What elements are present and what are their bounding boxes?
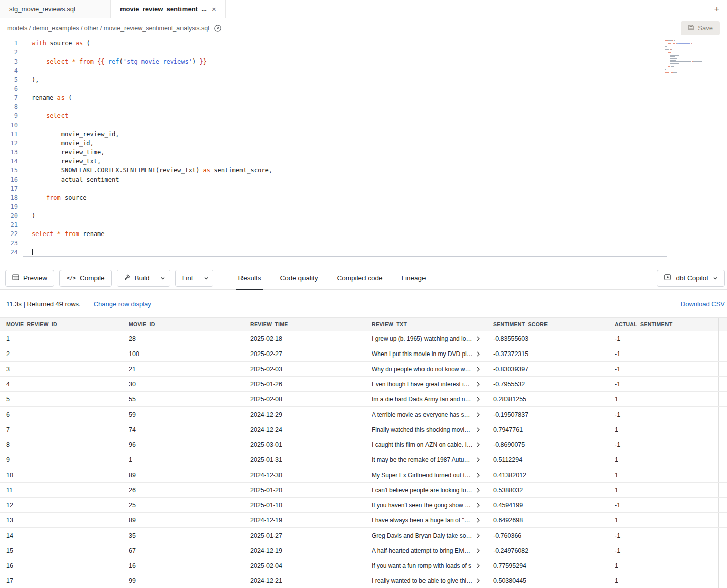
code-line[interactable]: 10 [0,121,727,130]
expand-cell-icon[interactable] [476,367,481,372]
code-line[interactable]: 5), [0,75,727,84]
cell-value: 11 [0,487,123,494]
tab-code-quality[interactable]: Code quality [278,267,320,290]
code-line[interactable]: 13 review_time, [0,148,727,157]
file-status-icon[interactable] [214,24,222,32]
chevron-down-icon [713,276,718,281]
tab-movie-review-sentiment-analysis[interactable]: movie_review_sentiment_... × [111,0,226,18]
line-number: 18 [0,193,23,202]
expand-cell-icon[interactable] [476,548,481,553]
cell-value: 2025-02-04 [244,562,366,569]
expand-cell-icon[interactable] [476,473,481,478]
close-icon[interactable]: × [212,5,216,13]
code-editor[interactable]: 1with source as (23 select * from {{ ref… [0,38,727,267]
expand-cell-icon[interactable] [476,457,481,462]
table-row: 15672024-12-19A half-hearted attempt to … [0,543,727,558]
new-tab-button[interactable]: + [707,0,727,18]
cell-value: -1 [609,528,719,543]
save-button[interactable]: Save [681,21,720,35]
code-line[interactable]: 22select * from rename [0,229,727,239]
code-line[interactable]: 19 [0,202,727,211]
expand-cell-icon[interactable] [476,563,481,568]
table-row: 7742024-12-24Finally watched this shocki… [0,422,727,437]
minimap[interactable] [665,40,706,76]
expand-cell-icon[interactable] [476,503,481,508]
code-line[interactable]: 3 select * from {{ ref('stg_movie_review… [0,57,727,66]
build-button[interactable]: Build [117,270,156,286]
cell-value: -1 [609,543,719,558]
code-line[interactable]: 2 [0,48,727,57]
dbt-copilot-button[interactable]: dbt Copilot [657,270,725,287]
column-header-review_time: REVIEW_TIME [244,321,366,327]
expand-cell-icon[interactable] [476,518,481,523]
chevron-down-icon [160,276,165,281]
expand-cell-icon[interactable] [476,351,481,357]
download-csv-link[interactable]: Download CSV [681,300,725,308]
line-number: 3 [0,57,23,66]
cell-value: 10 [0,472,123,479]
review-text-cell: I grew up (b. 1965) watching and lovin [366,335,487,342]
build-options-button[interactable] [156,270,170,286]
code-line[interactable]: 4 [0,66,727,75]
code-line[interactable]: 9 select [0,111,727,121]
expand-cell-icon[interactable] [476,578,481,583]
expand-cell-icon[interactable] [476,427,481,432]
expand-cell-icon[interactable] [476,442,481,447]
change-row-display-link[interactable]: Change row display [94,300,151,308]
tab-compiled-code[interactable]: Compiled code [335,267,385,290]
code-line[interactable]: 6 [0,84,727,93]
expand-cell-icon[interactable] [476,336,481,341]
cell-value: A half-hearted attempt to bring Elvis P [372,547,473,554]
code-line[interactable]: 16 actual_sentiment [0,175,727,184]
cell-value: My Super Ex Girlfriend turned out to b [372,472,473,479]
cell-value: 5 [0,396,123,403]
code-line[interactable]: 17 [0,184,727,193]
lint-options-button[interactable] [199,270,213,286]
code-line[interactable]: 15 SNOWFLAKE.CORTEX.SENTIMENT(review_txt… [0,166,727,175]
line-number: 11 [0,130,23,139]
cell-value: 2024-12-29 [244,411,366,418]
code-line[interactable]: 7rename as ( [0,93,727,102]
code-line[interactable]: 18 from source [0,193,727,202]
tab-lineage[interactable]: Lineage [400,267,428,290]
code-line[interactable]: 14 review_txt, [0,157,727,166]
cell-value: 1 [609,483,719,497]
cell-value: 0.6492698 [487,517,609,524]
cell-value: 12 [0,502,123,509]
cell-value: -0.37372315 [487,350,609,358]
tab-results[interactable]: Results [236,267,263,290]
cell-value: 89 [123,472,244,479]
lint-button[interactable]: Lint [176,270,199,286]
cell-value: 35 [123,532,244,539]
table-row: 4302025-01-26Even though I have great in… [0,377,727,392]
code-line[interactable]: 12 movie_id, [0,139,727,148]
expand-cell-icon[interactable] [476,488,481,493]
column-header-review_txt: REVIEW_TXT [366,321,487,327]
code-line[interactable]: 11 movie_review_id, [0,130,727,139]
code-line[interactable]: 21 [0,220,727,229]
code-line[interactable]: 23 [0,239,727,248]
tab-stg-movie-reviews[interactable]: stg_movie_reviews.sql [0,0,111,18]
compile-button[interactable]: </> Compile [59,270,112,287]
review-text-cell: It may be the remake of 1987 Autumn' [366,456,487,463]
code-line[interactable]: 20) [0,211,727,220]
code-line[interactable]: 8 [0,102,727,111]
cell-value: 2025-01-20 [244,487,366,494]
expand-cell-icon[interactable] [476,533,481,538]
line-number: 9 [0,111,23,121]
cell-value: 2025-01-10 [244,502,366,509]
expand-cell-icon[interactable] [476,412,481,417]
code-line[interactable]: 24 [0,248,727,257]
cell-value: If you want a fun romp with loads of s [372,562,473,569]
expand-cell-icon[interactable] [476,397,481,402]
expand-cell-icon[interactable] [476,382,481,387]
code-line[interactable]: 1with source as ( [0,39,727,48]
cell-value: 1 [609,467,719,482]
table-row: 6592024-12-29A terrible movie as everyon… [0,407,727,422]
cell-value: 0.5388032 [487,487,609,494]
cell-value: Why do people who do not know what [372,366,473,373]
cell-value: 2024-12-19 [244,517,366,524]
compile-label: Compile [80,274,105,282]
column-header-actual_sentiment: ACTUAL_SENTIMENT [609,318,719,331]
preview-button[interactable]: Preview [5,270,54,287]
